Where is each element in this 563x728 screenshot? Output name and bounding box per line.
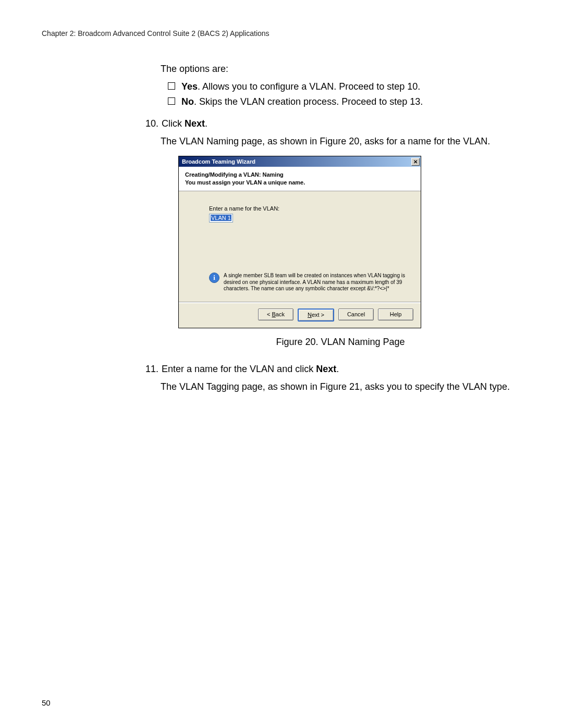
vlan-name-value: VLAN 1 — [211, 215, 231, 221]
back-label: < Back — [267, 311, 285, 318]
info-text: A single member SLB team will be created… — [224, 273, 408, 292]
wizard-titlebar: Broadcom Teaming Wizard ✕ — [179, 156, 421, 167]
wizard-title: Broadcom Teaming Wizard — [182, 158, 255, 166]
step-11: 11. Enter a name for the VLAN and click … — [143, 363, 520, 375]
option-rest: . Skips the VLAN creation process. Proce… — [194, 96, 423, 107]
step-pre: Enter a name for the VLAN and click — [162, 364, 316, 374]
checkbox-icon — [168, 82, 175, 90]
info-icon: i — [209, 273, 219, 283]
option-bold: No — [181, 96, 194, 107]
cancel-label: Cancel — [347, 311, 365, 318]
step-text: Enter a name for the VLAN and click Next… — [162, 363, 339, 375]
option-rest: . Allows you to configure a VLAN. Procee… — [198, 81, 420, 92]
step-bold: Next — [316, 364, 336, 374]
vlan-name-label: Enter a name for the VLAN: — [209, 205, 400, 213]
options-intro: The options are: — [161, 63, 520, 75]
close-icon: ✕ — [413, 158, 418, 166]
wizard-heading1: Creating/Modifying a VLAN: Naming — [185, 171, 414, 179]
wizard-buttons: < Back Next > Cancel Help — [179, 303, 421, 328]
back-button[interactable]: < Back — [258, 309, 293, 320]
wizard-body: Enter a name for the VLAN: VLAN 1 — [179, 191, 421, 273]
step10-description: The VLAN Naming page, as shown in Figure… — [161, 135, 520, 147]
option-text: No. Skips the VLAN creation process. Pro… — [181, 95, 423, 108]
close-button[interactable]: ✕ — [411, 158, 420, 166]
step-text: Click Next. — [162, 117, 207, 130]
next-button[interactable]: Next > — [298, 309, 334, 322]
help-label: Help — [390, 311, 402, 318]
option-bold: Yes — [181, 81, 198, 92]
checkbox-icon — [168, 97, 175, 105]
cancel-button[interactable]: Cancel — [338, 309, 374, 320]
help-button[interactable]: Help — [378, 309, 413, 320]
wizard-info: i A single member SLB team will be creat… — [179, 273, 421, 302]
step-10: 10. Click Next. — [143, 117, 520, 130]
option-yes: Yes. Allows you to configure a VLAN. Pro… — [168, 80, 520, 93]
step11-description: The VLAN Tagging page, as shown in Figur… — [161, 380, 520, 393]
wizard-header: Creating/Modifying a VLAN: Naming You mu… — [179, 167, 421, 191]
step-number: 11. — [143, 363, 158, 375]
step-post: . — [205, 118, 207, 129]
page-header: Chapter 2: Broadcom Advanced Control Sui… — [42, 29, 521, 38]
step-pre: Click — [162, 118, 185, 129]
wizard-heading2: You must assign your VLAN a unique name. — [185, 179, 414, 187]
vlan-name-input[interactable]: VLAN 1 — [209, 214, 233, 223]
wizard-window: Broadcom Teaming Wizard ✕ Creating/Modif… — [178, 156, 421, 328]
step-post: . — [336, 364, 339, 374]
step-number: 10. — [143, 117, 158, 130]
next-label: Next > — [308, 311, 324, 319]
option-list: Yes. Allows you to configure a VLAN. Pro… — [168, 80, 520, 108]
step-bold: Next — [185, 118, 205, 129]
option-no: No. Skips the VLAN creation process. Pro… — [168, 95, 520, 108]
page-number: 50 — [42, 698, 51, 707]
figure-caption: Figure 20. VLAN Naming Page — [161, 336, 520, 348]
option-text: Yes. Allows you to configure a VLAN. Pro… — [181, 80, 420, 93]
